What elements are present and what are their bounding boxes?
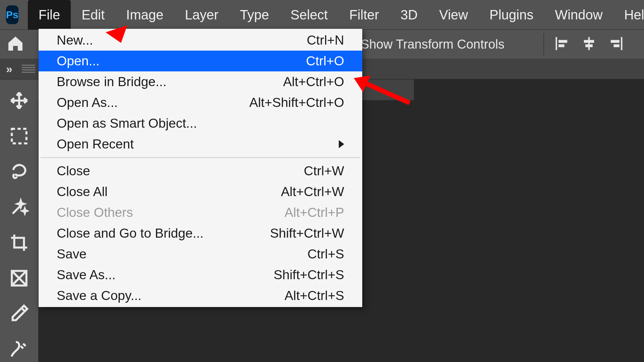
magic-wand-tool[interactable] — [8, 196, 30, 218]
svg-rect-0 — [12, 129, 26, 143]
menu-item-label: Close All — [57, 184, 108, 199]
menu-file[interactable]: File — [28, 0, 71, 29]
menu-image[interactable]: Image — [115, 0, 174, 29]
menu-item-shortcut: Ctrl+S — [308, 247, 344, 261]
submenu-arrow-icon — [339, 140, 344, 148]
tool-strip — [0, 79, 38, 362]
menu-item-close-and-go-to-bridge[interactable]: Close and Go to Bridge...Shift+Ctrl+W — [39, 223, 362, 244]
menu-window[interactable]: Window — [544, 0, 613, 29]
menu-item-close-others: Close OthersAlt+Ctrl+P — [39, 202, 362, 223]
menu-item-shortcut: Ctrl+N — [307, 33, 344, 48]
home-icon[interactable] — [6, 34, 25, 54]
menu-item-shortcut: Ctrl+W — [304, 164, 344, 178]
align-left-icon[interactable] — [553, 35, 571, 54]
menu-edit[interactable]: Edit — [71, 0, 115, 29]
menubar: Ps FileEditImageLayerTypeSelectFilter3DV… — [0, 0, 644, 29]
menu-item-shortcut: Alt+Ctrl+S — [284, 288, 344, 303]
menu-item-shortcut: Alt+Ctrl+O — [283, 74, 344, 89]
lasso-icon — [9, 162, 29, 181]
menu-item-shortcut: Shift+Ctrl+W — [270, 226, 344, 241]
menu-view[interactable]: View — [428, 0, 479, 29]
menu-filter[interactable]: Filter — [338, 0, 390, 29]
align-right-icon[interactable] — [607, 35, 625, 54]
menu-select[interactable]: Select — [280, 0, 338, 29]
healing-brush-tool[interactable] — [8, 338, 30, 360]
move-icon — [9, 91, 29, 110]
menu-item-label: Save As... — [57, 267, 116, 282]
menu-item-label: Open Recent — [57, 137, 134, 152]
menu-item-label: New... — [57, 33, 93, 48]
menu-plugins[interactable]: Plugins — [479, 0, 544, 29]
align-center-icon[interactable] — [580, 35, 598, 54]
menu-type[interactable]: Type — [229, 0, 280, 29]
menu-item-save[interactable]: SaveCtrl+S — [39, 244, 362, 264]
menu-item-shortcut: Alt+Ctrl+W — [281, 184, 344, 199]
move-tool[interactable] — [8, 89, 30, 112]
menu-item-label: Save a Copy... — [57, 288, 142, 303]
crop-icon — [9, 233, 29, 252]
menu-item-shortcut: Shift+Ctrl+S — [274, 267, 344, 282]
menu-item-save-a-copy[interactable]: Save a Copy...Alt+Ctrl+S — [39, 285, 362, 306]
frame-icon — [9, 268, 29, 288]
menu-item-open-recent[interactable]: Open Recent — [39, 134, 362, 155]
menu-layer[interactable]: Layer — [174, 0, 229, 29]
eyedropper-tool[interactable] — [8, 303, 30, 325]
menu-item-label: Save — [57, 247, 87, 261]
expand-tools-icon[interactable]: » — [6, 62, 12, 75]
file-menu-dropdown: New...Ctrl+NOpen...Ctrl+OBrowse in Bridg… — [39, 29, 362, 307]
menu-item-close[interactable]: CloseCtrl+W — [39, 161, 362, 181]
menu-item-shortcut: Alt+Ctrl+P — [284, 205, 344, 220]
menu-item-label: Open as Smart Object... — [57, 116, 197, 131]
menu-item-new[interactable]: New...Ctrl+N — [39, 30, 362, 51]
app-logo[interactable]: Ps — [6, 5, 18, 24]
panel-grip-icon[interactable] — [22, 65, 35, 73]
menu-help[interactable]: Help — [613, 0, 644, 29]
eyedropper-icon — [9, 304, 29, 323]
menu-item-save-as[interactable]: Save As...Shift+Ctrl+S — [39, 264, 362, 285]
divider — [543, 33, 544, 55]
menu-item-open[interactable]: Open...Ctrl+O — [39, 51, 362, 71]
menu-item-shortcut: Alt+Shift+Ctrl+O — [249, 95, 344, 110]
menu-item-shortcut: Ctrl+O — [306, 54, 344, 68]
healing-brush-icon — [9, 340, 29, 359]
menu-item-label: Close and Go to Bridge... — [57, 226, 204, 241]
transform-controls-label: Show Transform Controls — [361, 37, 504, 52]
menu-3d[interactable]: 3D — [390, 0, 428, 29]
menu-item-label: Open As... — [57, 95, 118, 110]
menu-separator — [41, 157, 360, 158]
marquee-tool[interactable] — [8, 125, 30, 147]
menu-item-label: Browse in Bridge... — [57, 74, 166, 89]
menu-item-open-as[interactable]: Open As...Alt+Shift+Ctrl+O — [39, 92, 362, 113]
menu-item-label: Close — [57, 164, 90, 178]
magic-wand-icon — [9, 197, 29, 217]
crop-tool[interactable] — [8, 232, 30, 254]
menu-item-close-all[interactable]: Close AllAlt+Ctrl+W — [39, 181, 362, 202]
menu-item-label: Close Others — [57, 205, 133, 220]
menu-item-open-as-smart-object[interactable]: Open as Smart Object... — [39, 113, 362, 134]
frame-tool[interactable] — [8, 267, 30, 289]
lasso-tool[interactable] — [8, 161, 30, 183]
menu-item-browse-in-bridge[interactable]: Browse in Bridge...Alt+Ctrl+O — [39, 71, 362, 92]
menu-item-label: Open... — [57, 54, 100, 68]
marquee-icon — [9, 126, 29, 146]
